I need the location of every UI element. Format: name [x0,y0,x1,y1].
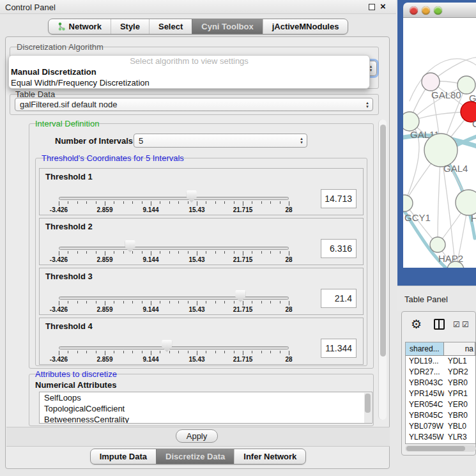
network-node[interactable] [430,237,445,252]
slider-tick [261,351,262,353]
column-header-shared-name[interactable]: shared... [406,342,444,355]
cell-name[interactable]: YLR3 [444,432,475,443]
slider-track[interactable] [59,197,289,200]
slider-tick [160,251,160,254]
cell-shared-name[interactable]: YDL19... [406,356,444,367]
slider-track[interactable] [59,247,289,250]
cell-name[interactable]: YDL1 [444,356,475,367]
cell-shared-name[interactable]: YPR145W [406,388,444,399]
slider-tick [206,351,206,353]
tab-infer-network[interactable]: Infer Network [234,449,305,464]
threshold-value-field[interactable]: 21.4 [321,289,357,308]
close-traffic-light[interactable] [410,6,418,15]
table-row[interactable]: YBR045CYBR0 [406,410,475,421]
settings-vertical-scrollbar[interactable] [378,119,387,420]
tab-style[interactable]: Style [111,19,149,34]
table-row[interactable]: YDR27...YDR2 [406,367,475,378]
table-row[interactable]: YLR345WYLR3 [406,432,475,443]
threshold-panel: Threshold 1-3.4262.8599.14415.4321.71528… [39,168,364,215]
float-window-icon[interactable] [369,4,375,10]
network-node-label: GCY1 [404,212,431,223]
cell-name[interactable]: YBR0 [444,410,475,421]
cell-shared-name[interactable]: YIL052C [406,443,444,444]
threshold-value-field[interactable]: 6.316 [321,239,357,258]
cell-name[interactable]: YDR2 [444,367,475,378]
table-row[interactable]: YPR145WYPR1 [406,388,475,399]
control-panel-tabbar: NetworkStyleSelectCyni ToolboxjActiveMNo… [0,19,396,35]
attribute-list-item[interactable]: TopologicalCoefficient [40,403,372,414]
cell-name[interactable]: YIL0 [444,443,475,444]
tab-network[interactable]: Network [49,19,111,34]
table-data-combo[interactable]: galFiltered.sif default node ▲▼ [15,98,373,111]
apply-button[interactable]: Apply [176,429,218,443]
algorithm-option[interactable]: Manual Discretization [9,66,369,77]
algorithm-option[interactable]: Equal Width/Frequency Discretization [9,77,369,88]
scrollbar-thumb[interactable] [365,394,371,413]
numerical-attributes-list[interactable]: SelfLoopsTopologicalCoefficientBetweenne… [39,392,372,424]
list-scrollbar[interactable] [364,393,371,424]
tab-label: Network [69,22,102,31]
network-node[interactable] [422,73,440,91]
node-attribute-table[interactable]: shared... na YDL19...YDL1YDR27...YDR2YBR… [405,342,476,444]
slider-tick [169,201,170,204]
network-node[interactable] [457,76,475,94]
cell-shared-name[interactable]: YLR345W [406,432,444,443]
table-row[interactable]: YIL052CYIL0 [406,443,475,444]
attribute-list-item[interactable]: BetweennessCentrality [40,414,372,424]
slider-tick [289,351,289,355]
slider-tick [197,201,197,206]
network-window-titlebar[interactable] [403,3,476,18]
tab-select[interactable]: Select [149,19,192,34]
algorithm-hint-option[interactable]: Select algorithm to view settings [9,56,369,66]
cell-shared-name[interactable]: YBL079W [406,421,444,432]
table-horizontal-scrollbar[interactable] [405,445,476,452]
scrollbar-thumb[interactable] [380,125,386,357]
network-node[interactable] [456,190,476,215]
attribute-list-item[interactable]: SelfLoops [40,392,372,403]
network-node[interactable] [424,134,457,167]
cell-name[interactable]: YBR0 [444,378,475,388]
zoom-traffic-light[interactable] [434,6,442,15]
slider-track[interactable] [59,346,289,349]
column-header-name[interactable]: na [444,342,475,355]
minimize-traffic-light[interactable] [422,6,430,15]
cell-shared-name[interactable]: YDR27... [406,367,444,378]
slider-thumb[interactable] [162,340,172,352]
cell-shared-name[interactable]: YER054C [406,399,444,410]
table-row[interactable]: YBR043CYBR0 [406,378,475,388]
tab-discretize-data[interactable]: Discretize Data [156,449,234,464]
network-node[interactable] [403,195,413,211]
checkbox-checked-icon[interactable]: ☑ [462,320,469,329]
table-row[interactable]: YDL19...YDL1 [406,356,475,367]
slider-tick [77,351,78,353]
slider-thumb[interactable] [125,240,135,252]
cell-name[interactable]: YER0 [444,399,475,410]
number-of-intervals-combo[interactable]: 5 ▲▼ [134,134,307,148]
slider-track[interactable] [59,296,289,300]
tab-impute-data[interactable]: Impute Data [91,449,156,464]
cell-name[interactable]: YPR1 [444,388,475,399]
table-row[interactable]: YBL079WYBL0 [406,421,475,432]
threshold-value-field[interactable]: 11.344 [321,339,357,358]
slider-tick [68,301,68,303]
network-node[interactable] [403,112,419,131]
table-row[interactable]: YER054CYER0 [406,399,475,410]
threshold-value-field[interactable]: 14.713 [321,189,357,208]
slider-tick [178,251,179,254]
cell-shared-name[interactable]: YBR043C [406,378,444,388]
split-table-icon[interactable] [434,319,445,330]
tab-cyni-toolbox[interactable]: Cyni Toolbox [192,19,262,34]
slider-tick [68,201,68,204]
network-view-canvas[interactable]: GAL80GACGAL11GAL4GCY1HHAP2 [403,18,476,268]
cell-shared-name[interactable]: YBR045C [406,410,444,421]
cell-name[interactable]: YBL0 [444,421,475,432]
slider-tick [132,251,133,254]
close-icon[interactable]: × [380,1,386,12]
slider-thumb[interactable] [235,290,245,302]
scrollbar-thumb[interactable] [406,446,465,451]
tab-jactivemnodules[interactable]: jActiveMNodules [263,19,348,34]
slider-tick [105,201,105,206]
gear-icon[interactable]: ⚙ [411,317,422,332]
checkbox-checked-icon[interactable]: ☑ [453,320,460,329]
slider-tick-label: 21.715 [227,256,259,263]
